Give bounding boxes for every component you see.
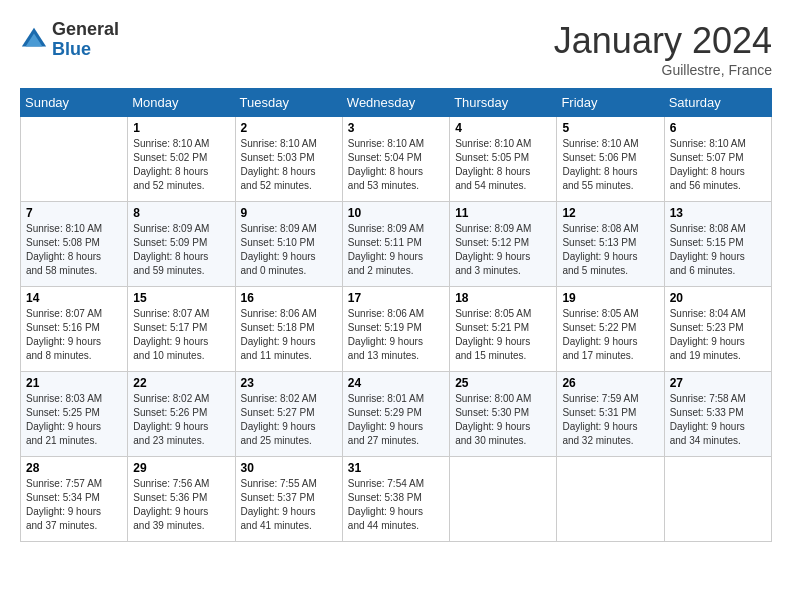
day-number: 5: [562, 121, 658, 135]
day-info: Sunrise: 8:09 AMSunset: 5:10 PMDaylight:…: [241, 222, 337, 278]
calendar-day-cell: 31Sunrise: 7:54 AMSunset: 5:38 PMDayligh…: [342, 457, 449, 542]
calendar-day-cell: 18Sunrise: 8:05 AMSunset: 5:21 PMDayligh…: [450, 287, 557, 372]
calendar-body: 1Sunrise: 8:10 AMSunset: 5:02 PMDaylight…: [21, 117, 772, 542]
calendar-day-cell: 9Sunrise: 8:09 AMSunset: 5:10 PMDaylight…: [235, 202, 342, 287]
day-number: 16: [241, 291, 337, 305]
calendar-day-cell: 24Sunrise: 8:01 AMSunset: 5:29 PMDayligh…: [342, 372, 449, 457]
day-number: 4: [455, 121, 551, 135]
calendar-day-cell: 23Sunrise: 8:02 AMSunset: 5:27 PMDayligh…: [235, 372, 342, 457]
day-info: Sunrise: 8:00 AMSunset: 5:30 PMDaylight:…: [455, 392, 551, 448]
day-info: Sunrise: 8:10 AMSunset: 5:03 PMDaylight:…: [241, 137, 337, 193]
weekday-monday: Monday: [128, 89, 235, 117]
day-info: Sunrise: 7:54 AMSunset: 5:38 PMDaylight:…: [348, 477, 444, 533]
calendar-day-cell: 6Sunrise: 8:10 AMSunset: 5:07 PMDaylight…: [664, 117, 771, 202]
day-info: Sunrise: 8:09 AMSunset: 5:11 PMDaylight:…: [348, 222, 444, 278]
day-info: Sunrise: 8:09 AMSunset: 5:09 PMDaylight:…: [133, 222, 229, 278]
calendar-day-cell: [557, 457, 664, 542]
calendar-week-row: 14Sunrise: 8:07 AMSunset: 5:16 PMDayligh…: [21, 287, 772, 372]
day-info: Sunrise: 8:02 AMSunset: 5:26 PMDaylight:…: [133, 392, 229, 448]
day-number: 12: [562, 206, 658, 220]
day-info: Sunrise: 8:03 AMSunset: 5:25 PMDaylight:…: [26, 392, 122, 448]
day-number: 9: [241, 206, 337, 220]
day-info: Sunrise: 7:56 AMSunset: 5:36 PMDaylight:…: [133, 477, 229, 533]
calendar-day-cell: 5Sunrise: 8:10 AMSunset: 5:06 PMDaylight…: [557, 117, 664, 202]
calendar-day-cell: 22Sunrise: 8:02 AMSunset: 5:26 PMDayligh…: [128, 372, 235, 457]
logo-blue-text: Blue: [52, 40, 119, 60]
day-info: Sunrise: 8:10 AMSunset: 5:06 PMDaylight:…: [562, 137, 658, 193]
day-number: 17: [348, 291, 444, 305]
calendar-header: SundayMondayTuesdayWednesdayThursdayFrid…: [21, 89, 772, 117]
weekday-tuesday: Tuesday: [235, 89, 342, 117]
title-block: January 2024 Guillestre, France: [554, 20, 772, 78]
day-info: Sunrise: 8:10 AMSunset: 5:02 PMDaylight:…: [133, 137, 229, 193]
calendar-day-cell: 2Sunrise: 8:10 AMSunset: 5:03 PMDaylight…: [235, 117, 342, 202]
day-number: 14: [26, 291, 122, 305]
calendar-day-cell: 16Sunrise: 8:06 AMSunset: 5:18 PMDayligh…: [235, 287, 342, 372]
calendar-week-row: 1Sunrise: 8:10 AMSunset: 5:02 PMDaylight…: [21, 117, 772, 202]
day-number: 11: [455, 206, 551, 220]
day-info: Sunrise: 8:10 AMSunset: 5:05 PMDaylight:…: [455, 137, 551, 193]
day-number: 18: [455, 291, 551, 305]
weekday-row: SundayMondayTuesdayWednesdayThursdayFrid…: [21, 89, 772, 117]
day-info: Sunrise: 8:07 AMSunset: 5:16 PMDaylight:…: [26, 307, 122, 363]
day-number: 23: [241, 376, 337, 390]
calendar-day-cell: 3Sunrise: 8:10 AMSunset: 5:04 PMDaylight…: [342, 117, 449, 202]
day-info: Sunrise: 8:05 AMSunset: 5:22 PMDaylight:…: [562, 307, 658, 363]
weekday-friday: Friday: [557, 89, 664, 117]
calendar-day-cell: 1Sunrise: 8:10 AMSunset: 5:02 PMDaylight…: [128, 117, 235, 202]
day-info: Sunrise: 8:08 AMSunset: 5:13 PMDaylight:…: [562, 222, 658, 278]
day-number: 31: [348, 461, 444, 475]
day-info: Sunrise: 8:09 AMSunset: 5:12 PMDaylight:…: [455, 222, 551, 278]
day-number: 13: [670, 206, 766, 220]
calendar-day-cell: 12Sunrise: 8:08 AMSunset: 5:13 PMDayligh…: [557, 202, 664, 287]
calendar-day-cell: 10Sunrise: 8:09 AMSunset: 5:11 PMDayligh…: [342, 202, 449, 287]
calendar-day-cell: 14Sunrise: 8:07 AMSunset: 5:16 PMDayligh…: [21, 287, 128, 372]
day-info: Sunrise: 8:05 AMSunset: 5:21 PMDaylight:…: [455, 307, 551, 363]
calendar-day-cell: 26Sunrise: 7:59 AMSunset: 5:31 PMDayligh…: [557, 372, 664, 457]
day-number: 1: [133, 121, 229, 135]
calendar-day-cell: 8Sunrise: 8:09 AMSunset: 5:09 PMDaylight…: [128, 202, 235, 287]
day-number: 6: [670, 121, 766, 135]
day-number: 19: [562, 291, 658, 305]
calendar-day-cell: 4Sunrise: 8:10 AMSunset: 5:05 PMDaylight…: [450, 117, 557, 202]
calendar-week-row: 28Sunrise: 7:57 AMSunset: 5:34 PMDayligh…: [21, 457, 772, 542]
calendar-day-cell: 28Sunrise: 7:57 AMSunset: 5:34 PMDayligh…: [21, 457, 128, 542]
day-number: 28: [26, 461, 122, 475]
calendar-day-cell: 11Sunrise: 8:09 AMSunset: 5:12 PMDayligh…: [450, 202, 557, 287]
day-number: 2: [241, 121, 337, 135]
calendar-day-cell: 15Sunrise: 8:07 AMSunset: 5:17 PMDayligh…: [128, 287, 235, 372]
day-info: Sunrise: 8:08 AMSunset: 5:15 PMDaylight:…: [670, 222, 766, 278]
weekday-saturday: Saturday: [664, 89, 771, 117]
calendar-day-cell: 21Sunrise: 8:03 AMSunset: 5:25 PMDayligh…: [21, 372, 128, 457]
calendar-week-row: 21Sunrise: 8:03 AMSunset: 5:25 PMDayligh…: [21, 372, 772, 457]
calendar-day-cell: 30Sunrise: 7:55 AMSunset: 5:37 PMDayligh…: [235, 457, 342, 542]
calendar-day-cell: 20Sunrise: 8:04 AMSunset: 5:23 PMDayligh…: [664, 287, 771, 372]
day-number: 22: [133, 376, 229, 390]
calendar-day-cell: 25Sunrise: 8:00 AMSunset: 5:30 PMDayligh…: [450, 372, 557, 457]
day-info: Sunrise: 7:55 AMSunset: 5:37 PMDaylight:…: [241, 477, 337, 533]
location: Guillestre, France: [554, 62, 772, 78]
day-number: 24: [348, 376, 444, 390]
month-title: January 2024: [554, 20, 772, 62]
calendar-day-cell: 17Sunrise: 8:06 AMSunset: 5:19 PMDayligh…: [342, 287, 449, 372]
day-info: Sunrise: 7:59 AMSunset: 5:31 PMDaylight:…: [562, 392, 658, 448]
weekday-wednesday: Wednesday: [342, 89, 449, 117]
calendar-day-cell: 29Sunrise: 7:56 AMSunset: 5:36 PMDayligh…: [128, 457, 235, 542]
day-info: Sunrise: 8:06 AMSunset: 5:18 PMDaylight:…: [241, 307, 337, 363]
logo-general-text: General: [52, 20, 119, 40]
logo-icon: [20, 26, 48, 54]
day-number: 3: [348, 121, 444, 135]
weekday-sunday: Sunday: [21, 89, 128, 117]
day-number: 26: [562, 376, 658, 390]
day-number: 10: [348, 206, 444, 220]
day-number: 29: [133, 461, 229, 475]
weekday-thursday: Thursday: [450, 89, 557, 117]
logo: General Blue: [20, 20, 119, 60]
day-info: Sunrise: 8:10 AMSunset: 5:04 PMDaylight:…: [348, 137, 444, 193]
day-info: Sunrise: 8:02 AMSunset: 5:27 PMDaylight:…: [241, 392, 337, 448]
calendar-day-cell: 7Sunrise: 8:10 AMSunset: 5:08 PMDaylight…: [21, 202, 128, 287]
day-number: 20: [670, 291, 766, 305]
day-info: Sunrise: 8:06 AMSunset: 5:19 PMDaylight:…: [348, 307, 444, 363]
day-info: Sunrise: 8:10 AMSunset: 5:08 PMDaylight:…: [26, 222, 122, 278]
day-number: 21: [26, 376, 122, 390]
